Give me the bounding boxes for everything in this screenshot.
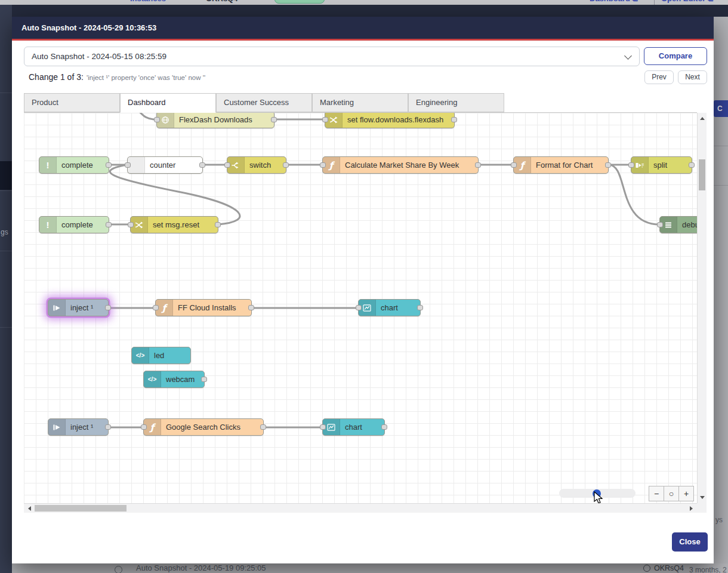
node-counter[interactable]: counter bbox=[127, 156, 203, 174]
change-row: Change 1 of 3: 'inject ¹' property 'once… bbox=[12, 70, 714, 84]
node-function-format-chart[interactable]: ƒ Format for Chart bbox=[513, 156, 609, 174]
background-compare-button-fragment[interactable]: C bbox=[714, 100, 728, 117]
input-port[interactable] bbox=[224, 162, 230, 168]
node-http-request[interactable]: FlexDash Downloads bbox=[156, 113, 274, 128]
sidebar-label-fragment: gs bbox=[1, 228, 8, 236]
node-function-google-search-clicks[interactable]: ƒ Google Search Clicks bbox=[143, 418, 264, 436]
output-port[interactable] bbox=[381, 424, 387, 430]
node-change-msg-reset[interactable]: set msg.reset bbox=[130, 216, 218, 233]
tab-product[interactable]: Product bbox=[24, 93, 120, 112]
scroll-right-arrow[interactable] bbox=[690, 506, 693, 511]
tab-engineering[interactable]: Engineering bbox=[408, 93, 504, 112]
background-text-fragment: ys bbox=[715, 516, 723, 524]
flow-canvas[interactable]: FlexDash Downloads set flow.downloads.fl… bbox=[24, 113, 697, 503]
input-port[interactable] bbox=[320, 162, 326, 168]
node-label: debug bbox=[677, 217, 697, 233]
snapshot-select[interactable]: Auto Snapshot - 2024-05-15 08:25:59 bbox=[24, 47, 640, 66]
output-port[interactable] bbox=[451, 117, 457, 122]
scroll-left-arrow[interactable] bbox=[28, 506, 31, 511]
output-port[interactable] bbox=[283, 162, 289, 168]
node-function-ff-cloud-installs[interactable]: ƒ FF Cloud Installs bbox=[155, 299, 252, 316]
vertical-scrollbar[interactable] bbox=[697, 113, 707, 503]
scroll-down-arrow[interactable] bbox=[700, 496, 705, 499]
tab-marketing[interactable]: Marketing bbox=[312, 93, 408, 112]
output-port[interactable] bbox=[689, 162, 695, 168]
output-port[interactable] bbox=[215, 222, 221, 227]
output-port[interactable] bbox=[605, 162, 611, 168]
project-icon bbox=[643, 565, 650, 572]
close-button[interactable]: Close bbox=[672, 532, 708, 552]
output-port[interactable] bbox=[106, 222, 112, 227]
node-change-flexdash[interactable]: set flow.downloads.flexdash bbox=[325, 113, 455, 128]
zoom-button-group: − ○ + bbox=[649, 486, 694, 501]
input-port[interactable] bbox=[154, 117, 160, 122]
node-split[interactable]: split bbox=[631, 156, 692, 174]
input-port[interactable] bbox=[628, 162, 634, 168]
output-port[interactable] bbox=[271, 117, 277, 122]
output-port[interactable] bbox=[201, 377, 207, 382]
node-label: switch bbox=[245, 157, 277, 173]
node-chart-2[interactable]: chart bbox=[322, 418, 385, 436]
input-port[interactable] bbox=[153, 305, 159, 310]
output-port[interactable] bbox=[475, 162, 481, 168]
tab-dashboard[interactable]: Dashboard bbox=[120, 93, 216, 113]
output-port[interactable] bbox=[248, 305, 254, 310]
change-counter-label: Change 1 of 3: bbox=[29, 70, 84, 84]
input-port[interactable] bbox=[125, 162, 131, 168]
background-sidebar: gs bbox=[0, 5, 12, 573]
next-button[interactable]: Next bbox=[678, 70, 707, 84]
node-label: set msg.reset bbox=[148, 217, 205, 233]
scrollbar-corner bbox=[697, 503, 707, 513]
node-complete-2[interactable]: ! complete bbox=[39, 216, 109, 233]
node-webcam[interactable]: </> webcam bbox=[143, 371, 205, 388]
node-label: FlexDash Downloads bbox=[174, 113, 258, 128]
node-function-market-share[interactable]: ƒ Calculate Market Share By Week bbox=[322, 156, 479, 174]
node-switch[interactable]: switch bbox=[227, 156, 286, 174]
output-port[interactable] bbox=[260, 424, 266, 430]
snapshot-compare-dialog: Auto Snapshot - 2024-05-29 10:36:53 Auto… bbox=[12, 17, 714, 563]
page: Instances - OKRsQ4 Dashboard ⧉ Open Edit… bbox=[0, 0, 728, 573]
input-port[interactable] bbox=[128, 222, 134, 227]
output-port[interactable] bbox=[105, 305, 111, 310]
horizontal-scrollbar-thumb[interactable] bbox=[35, 505, 127, 512]
exclamation-icon: ! bbox=[39, 217, 57, 233]
zoom-out-button[interactable]: − bbox=[649, 486, 664, 501]
node-complete-1[interactable]: ! complete bbox=[39, 156, 109, 174]
output-port[interactable] bbox=[105, 424, 111, 430]
input-port[interactable] bbox=[320, 424, 326, 430]
input-port[interactable] bbox=[356, 305, 362, 310]
node-inject-2[interactable]: inject ¹ bbox=[48, 418, 109, 436]
node-inject-highlighted[interactable]: inject ¹ bbox=[48, 299, 109, 316]
node-label: Calculate Market Share By Week bbox=[340, 157, 465, 173]
background-top-bar: Instances - OKRsQ4 Dashboard ⧉ Open Edit… bbox=[0, 0, 728, 5]
input-port[interactable] bbox=[322, 117, 328, 122]
zoom-in-button[interactable]: + bbox=[678, 486, 694, 501]
input-port[interactable] bbox=[511, 162, 517, 168]
node-chart-1[interactable]: chart bbox=[358, 299, 421, 316]
sidebar-active-item[interactable] bbox=[0, 161, 12, 190]
node-label: chart bbox=[340, 419, 368, 435]
dashboard-link[interactable]: Dashboard ⧉ bbox=[590, 0, 638, 4]
zoom-reset-button[interactable]: ○ bbox=[664, 486, 679, 501]
breadcrumb-instances[interactable]: Instances bbox=[130, 0, 166, 3]
output-port[interactable] bbox=[417, 305, 423, 310]
node-label: Format for Chart bbox=[531, 157, 599, 173]
node-label: complete bbox=[57, 217, 99, 233]
horizontal-scrollbar[interactable] bbox=[24, 503, 697, 513]
vertical-scrollbar-thumb[interactable] bbox=[699, 159, 705, 190]
node-label: led bbox=[149, 347, 170, 363]
nav-divider bbox=[654, 0, 655, 5]
tab-customer-success[interactable]: Customer Success bbox=[216, 93, 312, 112]
input-port[interactable] bbox=[657, 222, 663, 227]
node-debug[interactable]: debug bbox=[659, 216, 697, 233]
input-port[interactable] bbox=[141, 424, 147, 430]
open-editor-link[interactable]: Open Editor ⧉ bbox=[661, 0, 713, 4]
compare-button[interactable]: Compare bbox=[644, 47, 707, 65]
output-port[interactable] bbox=[106, 162, 112, 168]
background-bottom-row: Auto Snapshot - 2024-05-19 09:25:05 OKRs… bbox=[12, 563, 728, 573]
dialog-header: Auto Snapshot - 2024-05-29 10:36:53 bbox=[12, 17, 714, 41]
prev-button[interactable]: Prev bbox=[644, 70, 674, 84]
node-led[interactable]: </> led bbox=[131, 347, 191, 364]
scroll-up-arrow[interactable] bbox=[700, 117, 705, 120]
output-port[interactable] bbox=[199, 162, 205, 168]
